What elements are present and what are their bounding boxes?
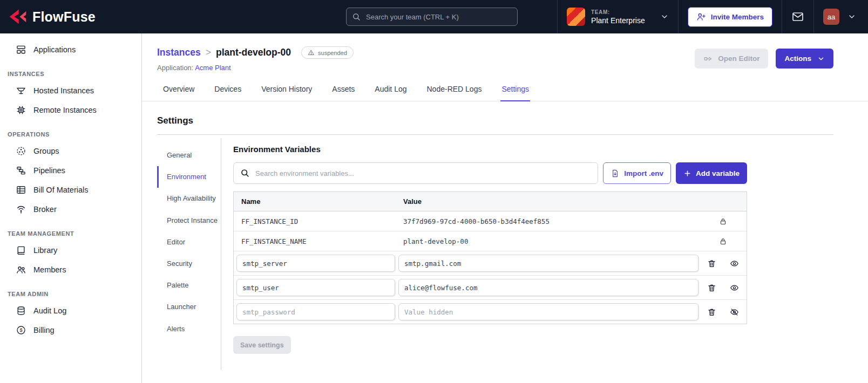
actions-button[interactable]: Actions <box>776 49 833 69</box>
table-row: FF_INSTANCE_ID 37f7d969-97cd-4000-b650-b… <box>234 211 747 231</box>
env-var-value-input[interactable] <box>398 279 699 296</box>
env-var-value-input[interactable] <box>398 303 699 320</box>
env-search <box>233 162 598 184</box>
trash-icon <box>707 307 716 317</box>
sidebar-item-library[interactable]: Library <box>0 241 141 260</box>
team-search <box>346 8 518 26</box>
sidebar-item-label: Hosted Instances <box>33 86 94 95</box>
delete-variable-button[interactable] <box>702 279 721 296</box>
open-editor-button[interactable]: Open Editor <box>695 49 768 69</box>
sidebar-section-team-management: TEAM MANAGEMENT <box>0 219 141 241</box>
delete-variable-button[interactable] <box>702 304 721 320</box>
flowfuse-logo-icon <box>9 9 27 25</box>
user-avatar[interactable]: aa <box>823 9 839 25</box>
sidebar-item-applications[interactable]: Applications <box>0 40 141 59</box>
settings-nav-protect-instance[interactable]: Protect Instance <box>157 210 221 231</box>
lock-icon <box>719 237 727 245</box>
invite-members-button[interactable]: Invite Members <box>688 7 772 27</box>
sidebar-item-label: Remote Instances <box>33 106 97 114</box>
toggle-visibility-button[interactable] <box>724 255 744 271</box>
breadcrumb-instances-link[interactable]: Instances <box>157 47 201 58</box>
tab-settings[interactable]: Settings <box>500 81 530 101</box>
add-variable-button[interactable]: Add variable <box>676 162 747 184</box>
sidebar-item-hosted-instances[interactable]: Hosted Instances <box>0 81 141 100</box>
sidebar-item-pipelines[interactable]: Pipelines <box>0 161 141 180</box>
settings-nav-environment[interactable]: Environment <box>157 166 221 188</box>
chevron-down-icon[interactable] <box>847 12 856 21</box>
sidebar-item-label: Broker <box>33 205 57 214</box>
sidebar-item-broker[interactable]: Broker <box>0 200 141 219</box>
sidebar-item-label: Members <box>33 265 66 274</box>
sidebar-item-bill-of-materials[interactable]: Bill Of Materials <box>0 180 141 200</box>
page-title: Settings <box>157 115 833 126</box>
env-var-name-input[interactable] <box>236 255 395 272</box>
remote-instances-icon <box>16 105 26 115</box>
status-badge-label: suspended <box>318 50 347 56</box>
table-row: FF_INSTANCE_NAME plant-develop-00 <box>234 231 747 251</box>
tab-overview[interactable]: Overview <box>162 81 195 101</box>
settings-nav: General Environment High Availability Pr… <box>157 138 221 370</box>
team-selector[interactable]: TEAM: Plant Enterprise <box>557 0 678 33</box>
add-variable-label: Add variable <box>696 169 740 177</box>
import-env-button[interactable]: Import .env <box>603 162 671 184</box>
settings-nav-launcher[interactable]: Launcher <box>157 296 221 318</box>
toggle-visibility-button[interactable] <box>724 279 744 296</box>
delete-variable-button[interactable] <box>702 255 721 271</box>
env-var-name-input[interactable] <box>236 303 395 320</box>
env-var-value: 37f7d969-97cd-4000-b650-b3d4f4eef855 <box>396 217 699 225</box>
open-editor-icon <box>703 54 713 64</box>
sidebar-item-audit-log[interactable]: Audit Log <box>0 301 141 320</box>
env-var-name: FF_INSTANCE_ID <box>234 217 396 225</box>
billing-icon: $ <box>16 325 26 336</box>
team-avatar-icon <box>567 8 585 26</box>
sidebar-item-billing[interactable]: $ Billing <box>0 320 141 340</box>
invite-members-label: Invite Members <box>711 13 764 21</box>
sidebar-item-groups[interactable]: Groups <box>0 141 141 161</box>
env-var-value-input[interactable] <box>398 255 699 272</box>
trash-icon <box>707 283 716 292</box>
application-label: Application: <box>157 64 193 72</box>
settings-nav-security[interactable]: Security <box>157 253 221 275</box>
tab-version-history[interactable]: Version History <box>260 81 313 101</box>
eye-icon <box>730 259 739 268</box>
search-icon <box>351 12 361 22</box>
tab-devices[interactable]: Devices <box>213 81 242 101</box>
column-header-value: Value <box>396 192 699 211</box>
settings-nav-high-availability[interactable]: High Availability <box>157 188 221 209</box>
tab-assets[interactable]: Assets <box>331 81 356 101</box>
top-navbar: FlowFuse TEAM: Plant Enterprise Invite M… <box>0 0 868 33</box>
pipelines-icon <box>16 165 26 176</box>
import-env-label: Import .env <box>624 169 663 177</box>
table-row <box>234 300 747 324</box>
plus-icon <box>683 169 691 177</box>
open-editor-label: Open Editor <box>718 54 760 63</box>
toggle-visibility-button[interactable] <box>724 304 744 320</box>
settings-nav-editor[interactable]: Editor <box>157 231 221 253</box>
application-link[interactable]: Acme Plant <box>195 64 230 72</box>
team-search-input[interactable] <box>346 8 518 26</box>
team-label: TEAM: <box>591 9 645 15</box>
instance-name: plant-develop-00 <box>216 47 291 58</box>
settings-nav-alerts[interactable]: Alerts <box>157 318 221 340</box>
mail-icon[interactable] <box>791 10 804 23</box>
instance-tabs: Overview Devices Version History Assets … <box>142 72 868 101</box>
sidebar-item-members[interactable]: Members <box>0 260 141 279</box>
save-settings-button[interactable]: Save settings <box>233 336 291 354</box>
tab-audit-log[interactable]: Audit Log <box>374 81 408 101</box>
tab-node-red-logs[interactable]: Node-RED Logs <box>426 81 483 101</box>
settings-nav-general[interactable]: General <box>157 145 221 166</box>
trash-icon <box>707 259 716 268</box>
chevron-down-icon <box>660 12 669 21</box>
brand[interactable]: FlowFuse <box>0 9 103 25</box>
sidebar-item-remote-instances[interactable]: Remote Instances <box>0 100 141 120</box>
sidebar-item-label: Applications <box>33 45 76 54</box>
env-var-value: plant-develop-00 <box>396 237 699 245</box>
env-var-name-input[interactable] <box>236 279 395 296</box>
lock-icon <box>719 217 727 225</box>
env-search-input[interactable] <box>233 162 598 184</box>
sidebar-item-label: Pipelines <box>33 166 65 175</box>
groups-icon <box>16 146 26 156</box>
settings-nav-palette[interactable]: Palette <box>157 275 221 296</box>
applications-icon <box>16 44 26 55</box>
import-file-icon <box>611 169 620 178</box>
